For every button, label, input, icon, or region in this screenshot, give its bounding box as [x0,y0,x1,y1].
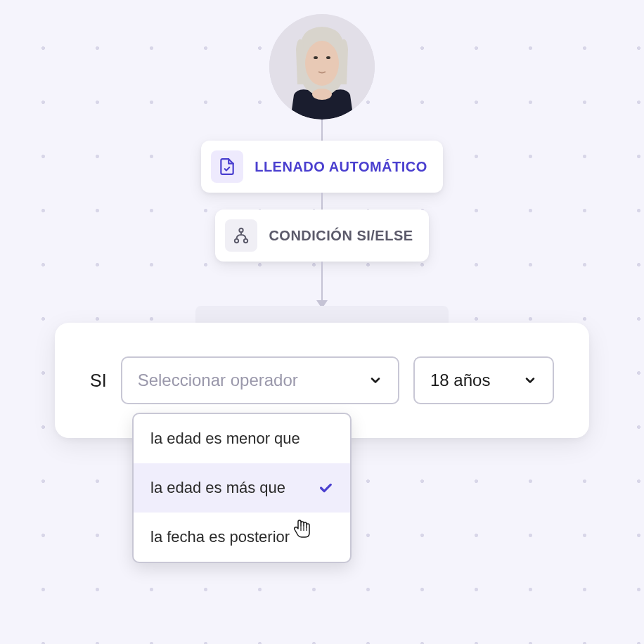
option-label: la edad es más que [150,479,285,497]
condition-label: CONDICIÓN SI/ELSE [269,228,413,244]
dropdown-option[interactable]: la edad es menor que [134,414,350,463]
si-label: SI [90,371,107,391]
connector-line [321,120,323,141]
operator-dropdown-menu: la edad es menor que la edad es más que … [132,413,352,563]
autofill-label: LLENADO AUTOMÁTICO [255,159,427,175]
svg-point-6 [240,228,243,232]
svg-point-2 [305,41,339,86]
svg-point-5 [312,89,332,100]
option-label: la edad es menor que [150,430,300,448]
svg-point-3 [314,56,318,59]
value-selected: 18 años [430,371,490,390]
condition-node[interactable]: CONDICIÓN SI/ELSE [215,210,428,262]
autofill-node[interactable]: LLENADO AUTOMÁTICO [201,141,443,193]
avatar [269,14,375,120]
operator-placeholder: Seleccionar operador [138,371,298,390]
condition-row: SI Seleccionar operador 18 años [90,356,554,404]
svg-point-8 [244,239,247,243]
condition-panel-wrapper: SI Seleccionar operador 18 años [55,306,589,438]
value-select[interactable]: 18 años [413,356,554,404]
avatar-image [269,14,375,120]
branch-icon [232,226,250,245]
option-label: la fecha es posterior [150,528,290,546]
condition-panel: SI Seleccionar operador 18 años [55,323,589,438]
dropdown-option[interactable]: la fecha es posterior [134,513,350,562]
document-check-icon [218,157,236,176]
svg-point-7 [235,239,238,243]
chevron-down-icon [368,373,382,387]
dropdown-option[interactable]: la edad es más que [134,463,350,513]
operator-select[interactable]: Seleccionar operador [121,356,399,404]
svg-point-4 [326,56,330,59]
check-icon [318,480,333,496]
condition-icon-box [225,219,257,252]
flow-container: LLENADO AUTOMÁTICO CONDICIÓN SI/ELSE SI [0,0,644,438]
autofill-icon-box [211,150,243,183]
chevron-down-icon [523,373,537,387]
connector-arrow [316,262,328,309]
cursor-pointer-icon [292,517,313,540]
connector-line [321,193,323,210]
